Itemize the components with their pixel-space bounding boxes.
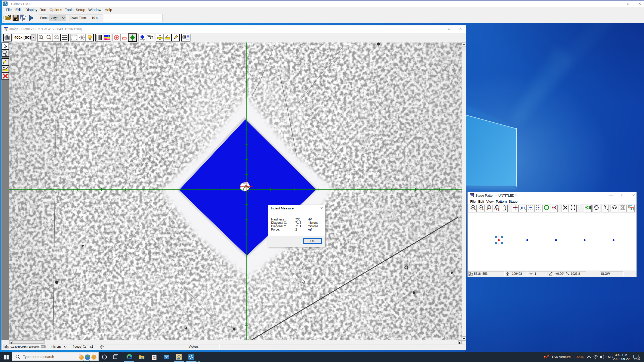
svg-text:I: I xyxy=(629,206,630,208)
svg-text:1: 1 xyxy=(638,357,639,360)
svg-text:S: S xyxy=(631,208,632,210)
svg-text:400x [SC]: 400x [SC] xyxy=(14,35,31,39)
